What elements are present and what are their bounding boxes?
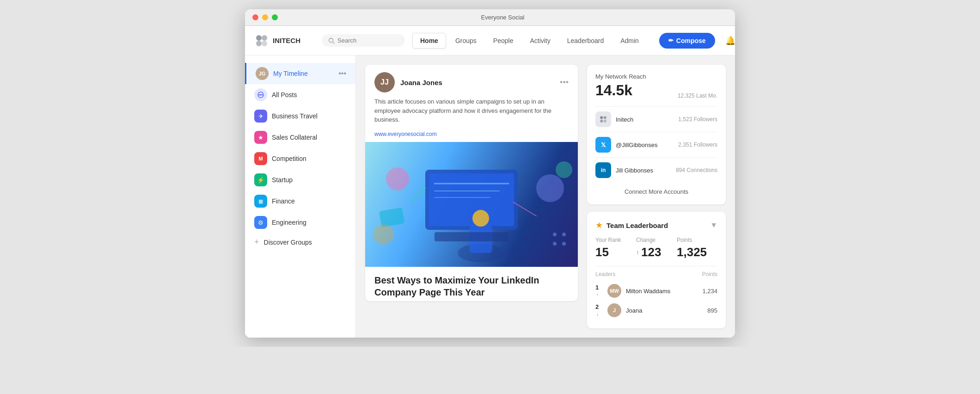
network-reach-row: 14.5k 12,325 Last Mo.	[595, 82, 717, 99]
nav-link-people[interactable]: People	[486, 33, 521, 48]
initech-followers: 1,523 Followers	[678, 116, 717, 123]
startup-label: Startup	[272, 176, 293, 184]
sidebar-item-competition[interactable]: M Competition	[245, 148, 355, 169]
sidebar-more-icon[interactable]: •••	[338, 69, 346, 78]
post-author-initials: JJ	[380, 78, 389, 86]
sidebar-item-all-posts[interactable]: All Posts	[245, 84, 355, 105]
nav-link-admin[interactable]: Admin	[613, 33, 646, 48]
content-area: JJ Joana Jones ••• This article focuses …	[356, 55, 735, 338]
lb-rank-value: 15	[595, 245, 636, 259]
svg-point-8	[260, 94, 262, 96]
post-link[interactable]: www.everyonesocial.com	[365, 131, 578, 142]
main-layout: JG My Timeline ••• All Posts ✈ Business …	[245, 55, 735, 338]
sidebar-item-discover-groups[interactable]: + Discover Groups	[245, 233, 355, 251]
connect-more-accounts-link[interactable]: Connect More Accounts	[595, 183, 717, 196]
svg-point-33	[600, 120, 603, 123]
leader-1-avatar: MW	[607, 284, 621, 298]
chevron-down-icon[interactable]: ▼	[710, 221, 717, 229]
lb-change-value: ↑ 123	[636, 245, 677, 259]
svg-point-32	[604, 116, 606, 119]
network-reach-value: 14.5k	[595, 82, 632, 99]
linkedin-followers: 894 Connections	[676, 167, 717, 173]
sidebar-item-business-travel[interactable]: ✈ Business Travel	[245, 105, 355, 127]
svg-point-3	[262, 41, 267, 46]
titlebar: Everyone Social	[245, 9, 735, 26]
initech-name: Initech	[616, 116, 633, 123]
notification-bell-icon[interactable]: 🔔	[723, 36, 735, 46]
leaderboard-stats: Your Rank 15 Change ↑ 123 Points	[595, 237, 717, 259]
svg-point-7	[259, 94, 260, 96]
leaders-header: Leaders Points	[595, 266, 717, 277]
plus-icon: +	[254, 237, 259, 247]
sidebar-item-engineering[interactable]: ⚙ Engineering	[245, 212, 355, 233]
feed: JJ Joana Jones ••• This article focuses …	[365, 65, 578, 328]
nav-link-leaderboard[interactable]: Leaderboard	[560, 33, 611, 48]
post-body: This article focuses on various simple c…	[365, 97, 578, 131]
leader-row-1: 1 ↑ MW Milton Waddams 1,234	[595, 281, 717, 301]
lb-rank-stat: Your Rank 15	[595, 237, 636, 259]
search-bar[interactable]	[322, 34, 405, 47]
leader-row-2: 2 ↓ J Joana 895	[595, 301, 717, 320]
linkedin-name: Jill Gibbonses	[616, 167, 653, 174]
lb-change-stat: Change ↑ 123	[636, 237, 677, 259]
rank-up-icon: ↑	[596, 292, 599, 297]
leader-2-rank: 2 ↓	[595, 303, 603, 317]
navbar: INITECH Home Groups People Activity Lead…	[245, 26, 735, 55]
network-reach-label: My Network Reach	[595, 73, 717, 80]
leader-1-rank: 1 ↑	[595, 284, 603, 298]
twitter-name: @JillGibbonses	[616, 142, 658, 148]
discover-groups-label: Discover Groups	[264, 239, 312, 246]
svg-point-16	[386, 167, 409, 191]
leader-2-pts: 895	[707, 307, 717, 314]
svg-point-2	[256, 41, 262, 46]
network-reach-card: My Network Reach 14.5k 12,325 Last Mo. I…	[587, 65, 726, 204]
leader-2-avatar: J	[607, 303, 621, 317]
sidebar-item-my-timeline[interactable]: JG My Timeline •••	[245, 63, 355, 84]
close-button[interactable]	[252, 14, 258, 20]
post-title: Best Ways to Maximize Your LinkedIn Comp…	[365, 267, 578, 301]
competition-icon: M	[254, 152, 267, 165]
logo-text: INITECH	[273, 37, 300, 44]
nav-link-groups[interactable]: Groups	[448, 33, 484, 48]
engineering-label: Engineering	[272, 219, 306, 226]
compose-label: Compose	[676, 37, 706, 44]
logo-icon	[254, 33, 269, 48]
sidebar: JG My Timeline ••• All Posts ✈ Business …	[245, 55, 356, 338]
all-posts-label: All Posts	[272, 91, 297, 98]
network-last-mo: 12,325 Last Mo.	[678, 92, 717, 99]
all-posts-icon	[254, 88, 267, 101]
business-travel-label: Business Travel	[272, 112, 318, 120]
nav-link-home[interactable]: Home	[412, 33, 446, 49]
account-row-initech: Initech 1,523 Followers	[595, 106, 717, 132]
initech-icon	[595, 111, 611, 127]
leader-1-name: Milton Waddams	[626, 288, 670, 295]
search-input[interactable]	[337, 37, 393, 44]
account-row-linkedin: in Jill Gibbonses 894 Connections	[595, 157, 717, 183]
sales-collateral-label: Sales Collateral	[272, 134, 317, 141]
nav-links: Home Groups People Activity Leaderboard …	[412, 33, 646, 49]
competition-label: Competition	[272, 155, 306, 162]
sidebar-item-sales-collateral[interactable]: ★ Sales Collateral	[245, 127, 355, 148]
svg-point-20	[374, 224, 394, 245]
linkedin-icon: in	[595, 162, 611, 178]
star-icon: ★	[595, 220, 603, 230]
leaderboard-card: ★ Team Leaderboard ▼ Your Rank 15 Change…	[587, 212, 726, 328]
svg-point-0	[256, 35, 262, 41]
minimize-button[interactable]	[262, 14, 268, 20]
maximize-button[interactable]	[272, 14, 278, 20]
rank-down-icon: ↓	[596, 312, 599, 317]
window-title: Everyone Social	[278, 14, 728, 21]
post-more-icon[interactable]: •••	[560, 78, 569, 87]
nav-link-activity[interactable]: Activity	[522, 33, 557, 48]
sidebar-item-finance[interactable]: ▦ Finance	[245, 191, 355, 212]
post-card: JJ Joana Jones ••• This article focuses …	[365, 65, 578, 301]
post-author-avatar: JJ	[374, 72, 395, 92]
sales-collateral-icon: ★	[254, 131, 267, 144]
change-up-arrow-icon: ↑	[636, 249, 639, 256]
compose-button[interactable]: ✏ Compose	[659, 33, 715, 49]
window-controls	[252, 14, 278, 20]
sidebar-item-startup[interactable]: ⚡ Startup	[245, 169, 355, 191]
leaderboard-title: Team Leaderboard	[606, 222, 668, 229]
leader-1-pts: 1,234	[702, 288, 717, 295]
finance-label: Finance	[272, 197, 295, 205]
